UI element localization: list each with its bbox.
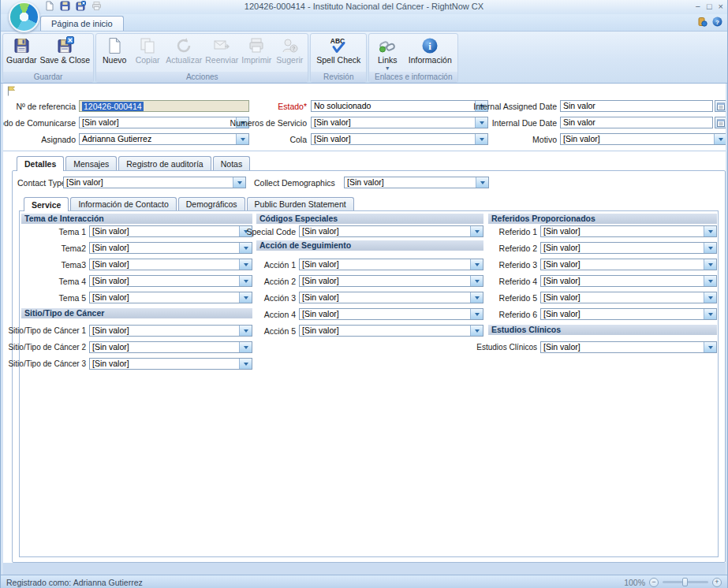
dropdown-arrow-icon[interactable]: [239, 359, 252, 369]
subtab-service[interactable]: Service: [24, 197, 69, 211]
links-button[interactable]: Links ▼: [371, 35, 404, 72]
nuevo-button[interactable]: Nuevo: [98, 35, 131, 72]
accion-5-combo[interactable]: [Sin valor]: [299, 325, 483, 337]
referido-1-combo[interactable]: [Sin valor]: [540, 225, 717, 237]
estudios-clinicos-combo[interactable]: [Sin valor]: [540, 341, 717, 353]
column-referidos: Referidos Proporcionados Referido 1 [Sin…: [488, 211, 719, 556]
special-code-combo[interactable]: [Sin valor]: [299, 225, 483, 237]
sitio-2-label: Sitio/Tipo de Cáncer 2: [1, 342, 86, 352]
referido-3-combo[interactable]: [Sin valor]: [540, 259, 717, 270]
sitio-3-combo[interactable]: [Sin valor]: [89, 358, 252, 370]
quick-new-button[interactable]: [43, 1, 55, 13]
minimize-button[interactable]: −: [695, 1, 700, 12]
quick-save-close-button[interactable]: [75, 1, 87, 13]
reenviar-button[interactable]: Reenviar: [203, 35, 240, 72]
left-edge: [1, 84, 3, 575]
zoom-out-button[interactable]: −: [649, 578, 659, 587]
combo-value: [Sin valor]: [543, 226, 704, 236]
internal-due-date-field[interactable]: Sin valor: [560, 117, 713, 128]
tema-5-label: Tema 5: [1, 292, 86, 303]
tab-mensajes[interactable]: Mensajes: [65, 156, 117, 170]
combo-value: [Sin valor]: [543, 259, 704, 270]
accion-3-combo[interactable]: [Sin valor]: [299, 292, 483, 303]
ribbon-group-label: Guardar: [3, 72, 93, 82]
dropdown-arrow-icon[interactable]: [704, 309, 716, 319]
referido-4-combo[interactable]: [Sin valor]: [540, 275, 717, 287]
tema-3-combo[interactable]: [Sin valor]: [89, 259, 252, 270]
tema-1-combo[interactable]: [Sin valor]: [89, 225, 252, 237]
button-label: Nuevo: [103, 56, 126, 65]
subtab-informacion-de-contacto[interactable]: Información de Contacto: [70, 197, 176, 210]
informacion-button[interactable]: i Información: [404, 35, 456, 72]
tab-detalles[interactable]: Detalles: [17, 156, 64, 171]
imprimir-button[interactable]: Imprimir: [240, 35, 273, 72]
maximize-button[interactable]: □: [707, 1, 712, 12]
subtab-public-burden-statement[interactable]: Public Burden Statement: [247, 197, 354, 210]
referido-6-combo[interactable]: [Sin valor]: [540, 308, 717, 320]
tema-4-combo[interactable]: [Sin valor]: [89, 275, 252, 287]
actualizar-button[interactable]: Actualizar: [164, 35, 203, 72]
zoom-in-button[interactable]: +: [712, 578, 722, 587]
accion-4-combo[interactable]: [Sin valor]: [299, 308, 483, 320]
zoom-slider-handle[interactable]: [682, 578, 688, 586]
guardar-button[interactable]: Guardar: [5, 35, 39, 72]
dropdown-arrow-icon[interactable]: [704, 342, 716, 352]
motivo-combo[interactable]: [Sin valor]: [560, 133, 727, 145]
dropdown-arrow-icon[interactable]: [704, 243, 716, 253]
new-document-icon: [44, 1, 54, 13]
dropdown-arrow-icon[interactable]: [704, 292, 716, 303]
referido-5-combo[interactable]: [Sin valor]: [540, 292, 717, 303]
tema-5-combo[interactable]: [Sin valor]: [89, 292, 252, 303]
dropdown-arrow-icon[interactable]: [704, 259, 716, 270]
button-label: Actualizar: [166, 56, 202, 65]
spell-check-button[interactable]: ABC Spell Check: [312, 35, 364, 72]
dropdown-arrow-icon[interactable]: [476, 177, 488, 188]
save-and-close-button[interactable]: Save & Close: [39, 35, 92, 72]
accion-2-combo[interactable]: [Sin valor]: [299, 275, 483, 287]
accion-1-combo[interactable]: [Sin valor]: [299, 259, 483, 270]
combo-value: [Sin valor]: [543, 243, 704, 253]
svg-text:i: i: [428, 40, 431, 52]
ribbon-group-guardar: Guardar Save & Close Guardar: [2, 33, 94, 83]
section-header-accion: Acción de Seguimiento: [256, 240, 483, 251]
dropdown-arrow-icon[interactable]: [233, 177, 245, 188]
dropdown-arrow-icon[interactable]: [704, 276, 716, 286]
dropdown-arrow-icon[interactable]: [470, 326, 483, 336]
spellcheck-icon: ABC: [329, 36, 348, 55]
subtab-demograficos[interactable]: Demográficos: [178, 197, 245, 210]
date-value: Sin valor: [563, 101, 711, 111]
tab-notas[interactable]: Notas: [213, 156, 250, 170]
sitio-1-combo[interactable]: [Sin valor]: [89, 325, 252, 337]
quick-save-button[interactable]: [59, 1, 71, 13]
tab-label: Demográficos: [186, 199, 237, 209]
copiar-button[interactable]: Copiar: [131, 35, 164, 72]
flag-icon[interactable]: [6, 85, 17, 96]
tema-2-combo[interactable]: [Sin valor]: [89, 242, 252, 254]
referido-2-combo[interactable]: [Sin valor]: [540, 242, 717, 254]
sitio-2-combo[interactable]: [Sin valor]: [89, 341, 252, 353]
internal-assigned-date-field[interactable]: Sin valor: [560, 100, 713, 112]
dropdown-arrow-icon[interactable]: [239, 243, 252, 253]
dropdown-arrow-icon[interactable]: [714, 134, 726, 144]
collect-demographics-combo[interactable]: [Sin valor]: [344, 177, 489, 188]
save-close-icon: [76, 1, 86, 13]
sugerir-button[interactable]: ? Sugerir: [273, 35, 306, 72]
quick-print-button[interactable]: [91, 1, 103, 13]
app-logo-button[interactable]: [9, 2, 39, 32]
tab-label: Service: [32, 200, 61, 210]
status-icon[interactable]: [697, 17, 707, 28]
section-header-referidos: Referidos Proporcionados: [488, 214, 717, 224]
contact-type-combo[interactable]: [Sin valor]: [63, 177, 246, 188]
help-icon[interactable]: ?: [712, 17, 722, 28]
dropdown-arrow-icon[interactable]: [239, 342, 252, 352]
links-icon: [378, 36, 397, 55]
tab-pagina-de-inicio[interactable]: Página de inicio: [40, 16, 124, 31]
tab-label: Notas: [221, 159, 242, 169]
close-button[interactable]: ×: [719, 1, 723, 12]
asignado-label: Asignado: [1, 134, 76, 144]
zoom-slider[interactable]: [663, 581, 708, 583]
reference-label: Nº de referencia: [1, 101, 76, 111]
tab-registro-de-auditoria[interactable]: Registro de auditoría: [118, 156, 211, 170]
dropdown-arrow-icon[interactable]: [704, 226, 716, 236]
combo-value: [Sin valor]: [302, 226, 470, 236]
